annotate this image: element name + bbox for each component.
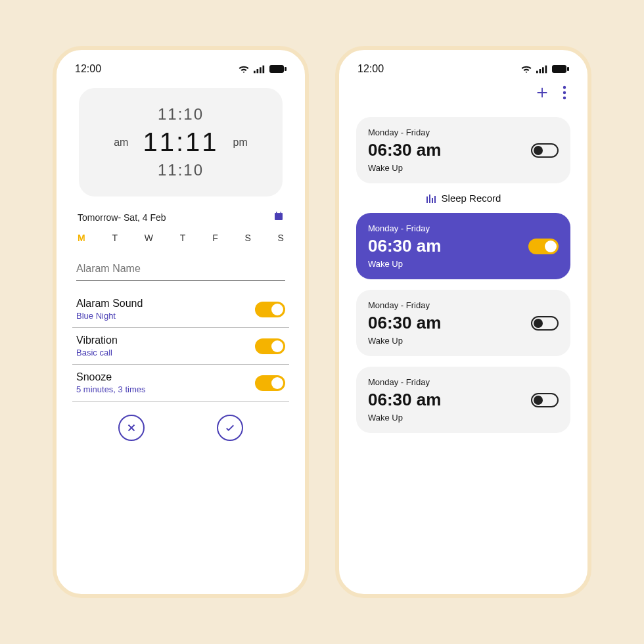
weekday-w[interactable]: W — [145, 233, 153, 243]
close-icon — [126, 422, 137, 434]
more-vertical-icon — [563, 85, 566, 100]
battery-icon — [552, 64, 569, 74]
status-icons — [520, 64, 569, 74]
alarm-label: Wake Up — [368, 336, 441, 346]
alarm-card[interactable]: Monday - Friday 06:30 am Wake Up — [356, 367, 570, 433]
alarm-name-input[interactable] — [76, 258, 285, 281]
weekday-selector: M T W T F S S — [72, 223, 289, 255]
alarm-label: Wake Up — [368, 259, 441, 269]
signal-icon — [254, 64, 265, 74]
list-top-actions — [355, 81, 572, 112]
svg-rect-14 — [552, 65, 566, 73]
plus-icon — [535, 85, 549, 100]
alarm-time: 06:30 am — [368, 140, 441, 160]
cancel-button[interactable] — [118, 415, 145, 441]
am-label[interactable]: am — [114, 137, 128, 149]
setting-vibration-sub: Basic call — [76, 348, 118, 357]
svg-rect-15 — [567, 67, 569, 71]
alarm-time: 06:30 am — [368, 390, 441, 410]
alarm-toggle[interactable] — [531, 143, 559, 158]
svg-rect-0 — [254, 71, 256, 74]
svg-rect-3 — [263, 66, 265, 74]
alarm-label: Wake Up — [368, 163, 441, 173]
pm-label[interactable]: pm — [233, 137, 248, 149]
alarm-days: Monday - Friday — [368, 300, 441, 310]
time-picker-above: 11:10 — [85, 105, 276, 124]
date-text: Tomorrow- Sat, 4 Feb — [78, 212, 166, 223]
svg-rect-11 — [540, 69, 541, 73]
svg-rect-12 — [542, 67, 544, 73]
setting-snooze[interactable]: Snooze 5 minutes, 3 times — [72, 365, 289, 402]
time-picker-below: 11:10 — [85, 161, 276, 179]
weekday-t2[interactable]: T — [180, 233, 186, 243]
more-menu-button[interactable] — [563, 85, 566, 103]
alarm-toggle[interactable] — [531, 316, 559, 331]
alarm-time: 06:30 am — [368, 313, 441, 333]
phone-alarm-list: 12:00 Monday - Friday 06:30 am Wake Up S… — [335, 46, 591, 598]
vibration-toggle[interactable] — [255, 338, 285, 354]
svg-point-16 — [563, 86, 566, 89]
setting-sound-label: Alaram Sound — [76, 298, 143, 310]
svg-rect-9 — [281, 212, 281, 214]
alarm-days: Monday - Friday — [368, 377, 441, 387]
status-bar: 12:00 — [72, 62, 289, 81]
sleep-record-link[interactable]: Sleep Record — [355, 193, 572, 204]
svg-rect-4 — [269, 65, 284, 73]
alarm-label: Wake Up — [368, 413, 441, 423]
alarm-toggle[interactable] — [531, 393, 559, 407]
alarm-toggle[interactable] — [528, 239, 559, 254]
setting-vibration[interactable]: Vibration Basic call — [72, 328, 289, 365]
confirm-button[interactable] — [217, 415, 243, 441]
alarm-card-active[interactable]: Monday - Friday 06:30 am Wake Up — [356, 213, 570, 279]
check-icon — [224, 422, 236, 434]
svg-rect-22 — [434, 196, 436, 203]
setting-sound-sub: Blue Night — [76, 311, 143, 321]
snooze-toggle[interactable] — [255, 375, 285, 391]
sleep-record-label: Sleep Record — [442, 193, 501, 204]
weekday-m[interactable]: M — [78, 233, 85, 243]
time-picker[interactable]: 11:10 am 11:11 pm 11:10 — [79, 88, 283, 196]
phone-edit-alarm: 12:00 11:10 am 11:11 pm 11:10 Tomorrow- … — [53, 46, 309, 598]
calendar-icon[interactable] — [273, 211, 284, 223]
svg-rect-8 — [276, 212, 277, 214]
alarm-days: Monday - Friday — [368, 223, 441, 233]
action-row — [72, 415, 289, 441]
weekday-t[interactable]: T — [112, 233, 118, 243]
sound-toggle[interactable] — [255, 302, 285, 317]
svg-rect-5 — [285, 67, 287, 71]
status-bar: 12:00 — [355, 62, 572, 81]
weekday-s[interactable]: S — [244, 233, 250, 243]
svg-rect-7 — [275, 213, 283, 215]
battery-icon — [269, 64, 287, 74]
status-time: 12:00 — [357, 63, 384, 75]
weekday-s2[interactable]: S — [278, 233, 284, 243]
svg-rect-10 — [536, 71, 538, 74]
signal-icon — [536, 64, 548, 74]
svg-rect-20 — [429, 195, 430, 203]
setting-sound[interactable]: Alaram Sound Blue Night — [72, 291, 289, 328]
setting-snooze-sub: 5 minutes, 3 times — [76, 384, 146, 394]
svg-rect-2 — [260, 67, 262, 73]
time-picker-main-row: am 11:11 pm — [85, 127, 276, 157]
svg-point-17 — [563, 91, 566, 94]
svg-rect-13 — [545, 66, 547, 74]
add-alarm-button[interactable] — [535, 85, 549, 103]
bars-icon — [426, 194, 436, 203]
svg-rect-1 — [257, 69, 259, 73]
weekday-f[interactable]: F — [212, 233, 218, 243]
wifi-icon — [520, 64, 532, 74]
wifi-icon — [238, 64, 250, 74]
date-row: Tomorrow- Sat, 4 Feb — [72, 211, 289, 223]
setting-snooze-label: Snooze — [76, 371, 146, 383]
svg-rect-19 — [426, 196, 428, 203]
time-picker-main: 11:11 — [143, 127, 218, 157]
setting-vibration-label: Vibration — [76, 334, 118, 346]
status-time: 12:00 — [75, 63, 101, 75]
svg-rect-21 — [432, 198, 433, 203]
alarm-card[interactable]: Monday - Friday 06:30 am Wake Up — [356, 117, 570, 183]
status-icons — [238, 64, 287, 74]
alarm-card[interactable]: Monday - Friday 06:30 am Wake Up — [356, 290, 570, 356]
alarm-time: 06:30 am — [368, 236, 441, 256]
svg-point-18 — [563, 97, 566, 99]
alarm-days: Monday - Friday — [368, 127, 441, 137]
